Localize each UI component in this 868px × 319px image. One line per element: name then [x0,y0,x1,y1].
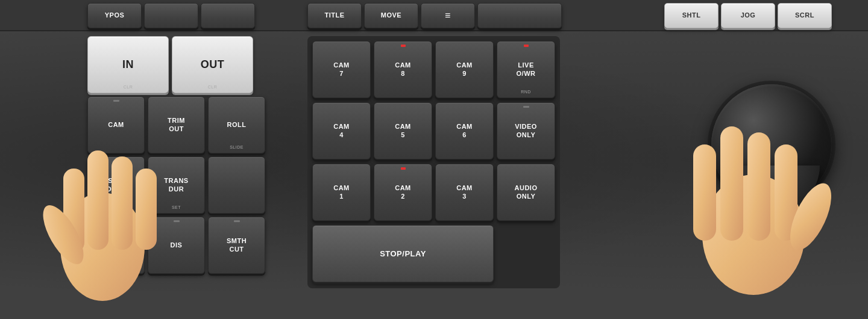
title-key[interactable]: TITLE [307,3,362,28]
cam8-key[interactable]: CAM8 [374,41,432,98]
svg-rect-2 [87,150,108,250]
dash-indicator [234,220,240,222]
stop-play-key[interactable]: STOP/PLAY [312,225,494,282]
cam1-key[interactable]: CAM1 [312,164,371,221]
right-hand [645,60,850,319]
svg-rect-9 [747,132,770,241]
svg-rect-4 [136,169,157,250]
rnd-sublabel: RND [521,90,531,94]
cam2-key[interactable]: CAM2 [374,164,432,221]
slide-sublabel: SLIDE [230,145,244,149]
left-hand [30,78,199,319]
top-wide-key[interactable] [477,3,562,28]
red-indicator [401,45,406,47]
cam-section: CAM7 CAM8 CAM9 LIVEO/WR RND CAM4 CAM5 [307,36,560,288]
scrl-key[interactable]: SCRL [778,3,832,28]
menu-key[interactable]: ≡ [421,3,475,28]
cam7-key[interactable]: CAM7 [312,41,371,98]
cam3-key[interactable]: CAM3 [435,164,494,221]
cam4-key[interactable]: CAM4 [312,102,371,160]
video-only-key[interactable]: VIDEOONLY [497,102,555,160]
svg-rect-3 [112,156,133,250]
blank-key-1[interactable] [208,156,265,214]
top-keys-left: YPOS [87,3,255,28]
ypos-key[interactable]: YPOS [87,3,142,28]
dash-indicator [523,106,529,108]
live-owr-key[interactable]: LIVEO/WR RND [497,41,555,98]
move-key[interactable]: MOVE [364,3,418,28]
audio-only-key[interactable]: AUDIOONLY [497,164,555,221]
jog-key[interactable]: JOG [721,3,775,28]
red-indicator [524,45,529,47]
red-indicator [401,167,406,170]
keyboard-layout: YPOS TITLE MOVE ≡ SHTL JOG SCRL [0,0,868,319]
top-key-3[interactable] [201,3,255,28]
svg-rect-8 [720,126,743,241]
empty-bottom-right [497,225,555,282]
top-keys-center: TITLE MOVE ≡ [307,3,562,28]
cam6-key[interactable]: CAM6 [435,102,494,160]
cam5-key[interactable]: CAM5 [374,102,432,160]
top-keys-right: SHTL JOG SCRL [664,3,832,28]
smth-cut-key[interactable]: SMTHCUT [208,217,265,274]
shtl-key[interactable]: SHTL [664,3,719,28]
svg-rect-7 [693,144,716,241]
cam9-key[interactable]: CAM9 [435,41,494,98]
top-key-2[interactable] [144,3,198,28]
roll-key[interactable]: ROLL SLIDE [208,96,265,153]
cam-grid: CAM7 CAM8 CAM9 LIVEO/WR RND CAM4 CAM5 [307,36,560,288]
